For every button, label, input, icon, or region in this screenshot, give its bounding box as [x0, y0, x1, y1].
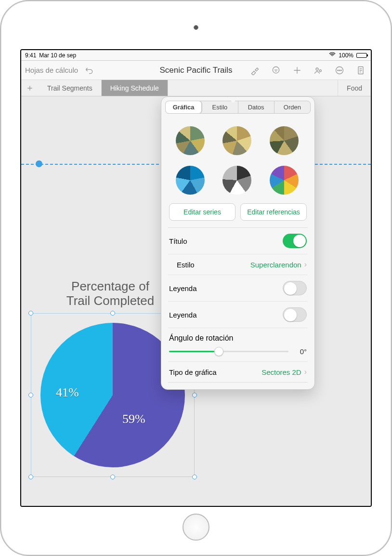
screen: 9:41 Mar 10 de sep 100% Hojas de cálculo… — [20, 49, 372, 507]
battery-icon — [356, 53, 367, 58]
rotation-slider[interactable] — [169, 351, 288, 352]
svg-point-5 — [339, 70, 340, 71]
value-chart-type: Sectores 2D — [261, 368, 301, 376]
row-leyenda-2: Leyenda — [168, 301, 308, 328]
sheet-tabs: Trail Segments Hiking Schedule Food — [21, 80, 371, 96]
label-chart-type: Tipo de gráfica — [169, 368, 217, 376]
format-popover: Gráfica Estilo Datos Orden Ed — [161, 96, 315, 390]
spreadsheet-canvas[interactable]: Percentage of Trail Completed 59% 41% — [21, 96, 371, 506]
toggle-leyenda-1[interactable] — [283, 281, 307, 295]
popover-tab-datos[interactable]: Datos — [238, 101, 274, 113]
label-leyenda-2: Leyenda — [169, 311, 197, 319]
chart-title[interactable]: Percentage of Trail Completed — [55, 279, 166, 308]
home-button[interactable] — [183, 514, 209, 541]
undo-icon[interactable] — [83, 64, 95, 77]
format-brush-icon[interactable] — [248, 64, 261, 77]
resize-handle-t[interactable] — [110, 311, 115, 316]
resize-handle-tl[interactable] — [28, 311, 33, 316]
chart-style-preset-6[interactable] — [270, 166, 299, 195]
pie-slice-label-59: 59% — [122, 412, 145, 426]
edit-series-button[interactable]: Editar series — [169, 203, 235, 221]
sheet-tab-hiking-schedule[interactable]: Hiking Schedule — [102, 80, 168, 96]
status-date: Mar 10 de sep — [39, 52, 76, 59]
label-title-style: Estilo — [177, 261, 195, 269]
document-icon[interactable] — [354, 64, 367, 77]
pie-slice-label-41: 41% — [56, 385, 79, 400]
popover-tab-orden[interactable]: Orden — [274, 101, 310, 113]
ipad-frame: 9:41 Mar 10 de sep 100% Hojas de cálculo… — [0, 0, 392, 556]
row-titulo: Título — [168, 228, 308, 254]
comment-icon[interactable] — [270, 64, 282, 77]
add-icon[interactable] — [291, 64, 303, 77]
back-to-spreadsheets[interactable]: Hojas de cálculo — [25, 66, 78, 74]
resize-handle-b[interactable] — [110, 475, 115, 479]
more-icon[interactable] — [333, 64, 346, 77]
chart-style-preset-5[interactable] — [222, 166, 251, 195]
status-time: 9:41 — [25, 52, 36, 59]
row-chart-type[interactable]: Tipo de gráfica Sectores 2D› — [168, 361, 308, 382]
app-toolbar: Hojas de cálculo Scenic Pacific Trails — [21, 61, 371, 80]
chart-style-preset-4[interactable] — [176, 166, 205, 195]
svg-point-4 — [338, 70, 339, 71]
svg-point-6 — [341, 70, 342, 71]
chart-style-preset-1[interactable] — [176, 126, 205, 155]
status-bar: 9:41 Mar 10 de sep 100% — [21, 50, 371, 61]
popover-tab-grafica[interactable]: Gráfica — [166, 101, 202, 113]
wifi-icon — [329, 51, 336, 59]
resize-handle-r[interactable] — [192, 393, 197, 397]
value-title-style: Superclarendon — [250, 261, 301, 269]
toggle-leyenda-2[interactable] — [283, 307, 307, 322]
svg-point-2 — [319, 69, 321, 71]
popover-tabs: Gráfica Estilo Datos Orden — [165, 101, 311, 114]
camera-dot — [194, 25, 198, 30]
collaborate-icon[interactable] — [312, 64, 325, 77]
add-sheet-button[interactable] — [21, 80, 39, 96]
sheet-tab-trail-segments[interactable]: Trail Segments — [39, 80, 102, 96]
chart-title-line1: Percentage of — [71, 279, 149, 293]
chart-style-grid — [168, 119, 308, 203]
toggle-titulo[interactable] — [283, 234, 307, 248]
alignment-guide-handle[interactable] — [36, 160, 42, 167]
label-rotation: Ángulo de rotación — [169, 334, 233, 342]
chart-style-preset-3[interactable] — [270, 126, 299, 155]
label-leyenda-1: Leyenda — [169, 284, 197, 292]
sheet-tab-food[interactable]: Food — [338, 80, 371, 96]
resize-handle-br[interactable] — [192, 475, 197, 479]
resize-handle-l[interactable] — [28, 393, 33, 397]
label-titulo: Título — [169, 237, 187, 245]
battery-percent: 100% — [339, 52, 353, 59]
row-leyenda-1: Leyenda — [168, 275, 308, 301]
edit-references-button[interactable]: Editar referencias — [240, 203, 307, 221]
chevron-right-icon: › — [304, 368, 307, 376]
chevron-right-icon: › — [304, 260, 307, 269]
row-rotation-angle: Ángulo de rotación 0° — [168, 328, 308, 361]
rotation-value: 0° — [293, 347, 307, 356]
chart-style-preset-2[interactable] — [222, 126, 251, 155]
row-title-style[interactable]: Estilo Superclarendon› — [168, 254, 308, 275]
svg-point-1 — [316, 68, 318, 70]
chart-title-line2: Trail Completed — [66, 293, 155, 308]
resize-handle-bl[interactable] — [28, 475, 33, 479]
